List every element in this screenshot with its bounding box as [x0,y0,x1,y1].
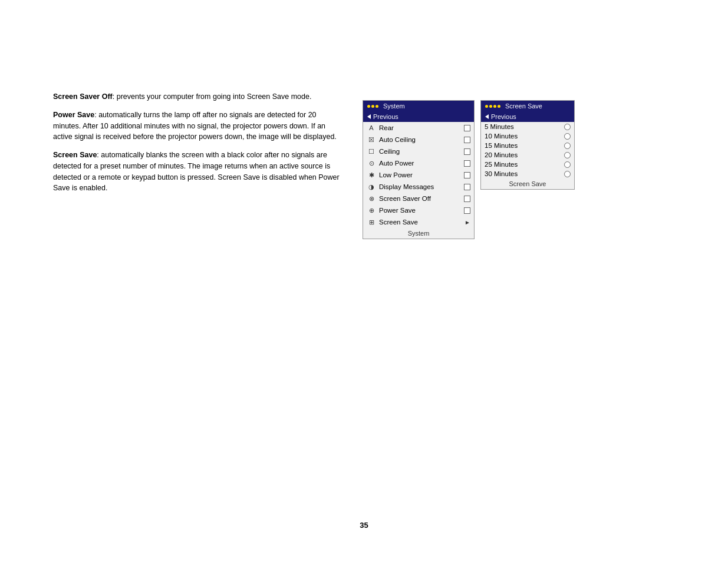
power-save-checkbox[interactable] [464,207,470,214]
rear-icon: A [367,123,376,133]
system-menu-header: System [363,101,474,111]
text-block: Screen Saver Off: prevents your computer… [53,91,342,201]
system-item-auto-power[interactable]: ⊙ Auto Power [363,157,474,169]
screen-save-menu: Screen Save Previous 5 Minutes 10 Minute… [480,100,575,190]
screen-saver-off-icon: ⊗ [367,194,376,203]
system-previous-label: Previous [373,113,398,120]
ceiling-label: Ceiling [379,148,461,155]
screen-save-arrow-icon: ► [465,219,470,226]
ss-item-15min[interactable]: 15 Minutes [481,141,574,150]
system-item-auto-ceiling[interactable]: ☒ Auto Ceiling [363,134,474,146]
power-save-icon: ⊕ [367,206,376,215]
screen-save-menu-previous[interactable]: Previous [481,111,574,122]
system-item-low-power[interactable]: ✱ Low Power [363,169,474,181]
low-power-label: Low Power [379,171,461,178]
screen-save-icon: ⊞ [367,217,376,227]
screen-save-label: Screen Save [379,219,462,226]
system-menu-title: System [383,103,405,110]
paragraph-power-save: Power Save: automatically turns the lamp… [53,110,342,143]
system-item-rear[interactable]: A Rear [363,122,474,134]
screen-save-menu-header: Screen Save [481,101,574,111]
dot-1 [367,105,370,108]
ss-previous-label: Previous [491,113,516,120]
ss-dot-2 [489,105,492,108]
system-menu-dots [367,105,378,108]
screen-save-menu-caption: Screen Save [481,178,574,189]
auto-power-checkbox[interactable] [464,160,470,167]
ss-30min-label: 30 Minutes [485,170,561,177]
ss-5min-radio[interactable] [564,124,571,130]
bold-power-save: Power Save [53,111,94,119]
auto-ceiling-label: Auto Ceiling [379,136,461,143]
ss-10min-label: 10 Minutes [485,133,561,140]
system-item-screen-saver-off[interactable]: ⊗ Screen Saver Off [363,193,474,204]
menus-container: System Previous A Rear ☒ Auto Ceiling ☐ … [363,100,575,239]
previous-arrow-icon [367,114,371,119]
ss-dot-1 [485,105,488,108]
rear-label: Rear [379,124,461,131]
ss-dot-3 [493,105,496,108]
ss-item-20min[interactable]: 20 Minutes [481,150,574,160]
ss-dot-4 [498,105,500,108]
text-power-save: : automatically turns the lamp off after… [53,111,337,141]
auto-ceiling-icon: ☒ [367,135,376,144]
display-messages-label: Display Messages [379,183,461,190]
auto-power-label: Auto Power [379,160,461,167]
screen-saver-off-checkbox[interactable] [464,196,470,202]
system-item-ceiling[interactable]: ☐ Ceiling [363,146,474,157]
auto-ceiling-checkbox[interactable] [464,137,470,143]
ceiling-icon: ☐ [367,147,376,156]
page-number: 35 [360,521,368,530]
bold-screen-saver-off: Screen Saver Off [53,92,113,101]
bold-screen-save: Screen Save [53,151,97,159]
ss-10min-radio[interactable] [564,133,571,140]
ss-item-10min[interactable]: 10 Minutes [481,131,574,141]
dot-3 [375,105,378,108]
ss-5min-label: 5 Minutes [485,123,561,130]
power-save-label: Power Save [379,207,461,214]
ss-item-5min[interactable]: 5 Minutes [481,122,574,131]
ss-25min-radio[interactable] [564,161,571,168]
ceiling-checkbox[interactable] [464,148,470,155]
system-item-screen-save[interactable]: ⊞ Screen Save ► [363,216,474,228]
screen-save-dots [485,105,500,108]
paragraph-screen-save: Screen Save: automatically blanks the sc… [53,150,342,194]
system-item-power-save[interactable]: ⊕ Power Save [363,204,474,216]
system-menu: System Previous A Rear ☒ Auto Ceiling ☐ … [363,100,475,239]
ss-30min-radio[interactable] [564,171,571,177]
paragraph-screen-saver-off: Screen Saver Off: prevents your computer… [53,91,342,103]
display-messages-icon: ◑ [367,182,376,191]
text-screen-saver-off: : prevents your computer from going into… [113,92,312,101]
system-menu-caption: System [363,228,474,239]
screen-save-menu-title: Screen Save [505,103,542,110]
dot-2 [371,105,374,108]
ss-20min-label: 20 Minutes [485,151,561,158]
ss-item-25min[interactable]: 25 Minutes [481,160,574,169]
screen-saver-off-label: Screen Saver Off [379,195,461,202]
auto-power-icon: ⊙ [367,158,376,168]
system-item-display-messages[interactable]: ◑ Display Messages [363,181,474,193]
system-menu-previous[interactable]: Previous [363,111,474,122]
ss-15min-label: 15 Minutes [485,142,561,149]
low-power-icon: ✱ [367,170,376,180]
ss-item-30min[interactable]: 30 Minutes [481,169,574,178]
page-content: Screen Saver Off: prevents your computer… [0,0,728,562]
rear-checkbox[interactable] [464,125,470,131]
ss-previous-arrow-icon [485,114,489,119]
low-power-checkbox[interactable] [464,172,470,178]
ss-15min-radio[interactable] [564,143,571,149]
ss-20min-radio[interactable] [564,152,571,158]
display-messages-checkbox[interactable] [464,184,470,190]
ss-25min-label: 25 Minutes [485,161,561,168]
